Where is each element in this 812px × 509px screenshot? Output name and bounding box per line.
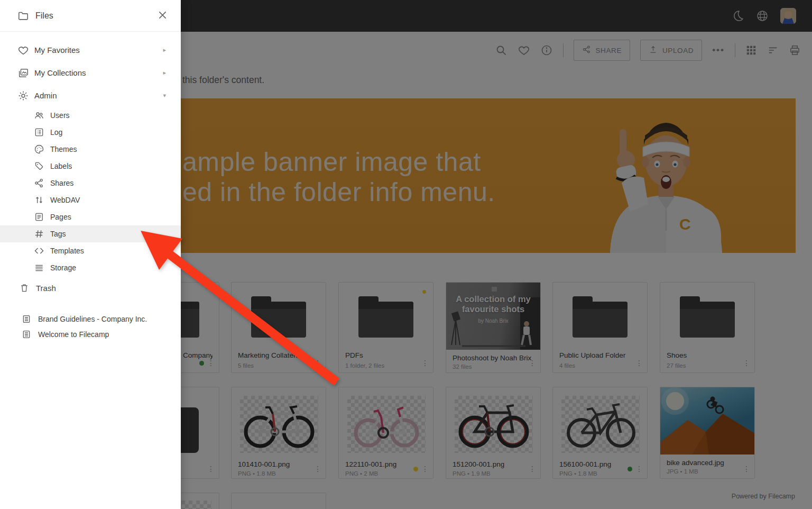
label-tag-icon — [33, 161, 45, 171]
sidebar-item-labels[interactable]: Labels — [0, 158, 181, 175]
gear-icon — [17, 90, 30, 102]
sidebar-item-log[interactable]: Log — [0, 124, 181, 141]
collections-icon — [17, 67, 30, 79]
users-icon — [33, 110, 45, 121]
sidebar-item-my-collections[interactable]: My Collections ▸ — [0, 61, 181, 84]
sidebar-item-templates[interactable]: Templates — [0, 242, 181, 259]
sidebar-item-users[interactable]: Users — [0, 107, 181, 124]
sidebar-link-welcome[interactable]: Welcome to Filecamp — [0, 326, 181, 342]
sidebar-link-brand-guidelines[interactable]: Brand Guidelines - Company Inc. — [0, 311, 181, 326]
storage-stack-icon — [33, 262, 45, 273]
sidebar-item-label: Trash — [36, 284, 56, 293]
folder-outline-icon — [17, 10, 30, 22]
sidebar-item-webdav[interactable]: WebDAV — [0, 192, 181, 208]
hash-tag-icon — [33, 229, 45, 239]
document-icon — [20, 314, 33, 324]
page-icon — [33, 212, 45, 222]
log-icon — [33, 127, 45, 138]
sidebar-item-my-favorites[interactable]: My Favorites ▸ — [0, 39, 181, 61]
sidebar-item-trash[interactable]: Trash — [0, 277, 181, 298]
drawer-title: Files — [35, 11, 53, 21]
sidebar-item-tags[interactable]: Tags — [0, 225, 181, 242]
sidebar-item-label: Admin — [34, 91, 57, 100]
chevron-right-icon: ▸ — [163, 47, 166, 53]
sidebar-item-storage[interactable]: Storage — [0, 259, 181, 276]
sidebar-item-pages[interactable]: Pages — [0, 208, 181, 225]
close-icon[interactable] — [157, 10, 168, 23]
sidebar-item-label: My Collections — [34, 68, 86, 77]
palette-icon — [33, 144, 45, 154]
sidebar-item-themes[interactable]: Themes — [0, 141, 181, 158]
document-icon — [20, 330, 33, 339]
drawer-header: Files — [0, 0, 181, 32]
sidebar-item-admin[interactable]: Admin ▾ — [0, 84, 181, 107]
files-drawer: Files My Favorites ▸ My Collections ▸ — [0, 0, 181, 509]
drawer-menu: My Favorites ▸ My Collections ▸ Admin ▾ — [0, 39, 181, 342]
code-brackets-icon — [33, 246, 45, 256]
trash-icon — [18, 283, 31, 293]
up-down-arrows-icon — [33, 195, 45, 205]
drawer-doc-links: Brand Guidelines - Company Inc. Welcome … — [0, 311, 181, 342]
sidebar-item-shares[interactable]: Shares — [0, 175, 181, 192]
filecamp-app: SHARE UPLOAD ••• this folder's content. … — [0, 0, 812, 509]
chevron-down-icon: ▾ — [163, 92, 166, 99]
sidebar-item-label: My Favorites — [34, 46, 80, 54]
chevron-right-icon: ▸ — [163, 69, 166, 76]
share-nodes-icon — [33, 178, 45, 188]
heart-icon — [17, 44, 30, 56]
